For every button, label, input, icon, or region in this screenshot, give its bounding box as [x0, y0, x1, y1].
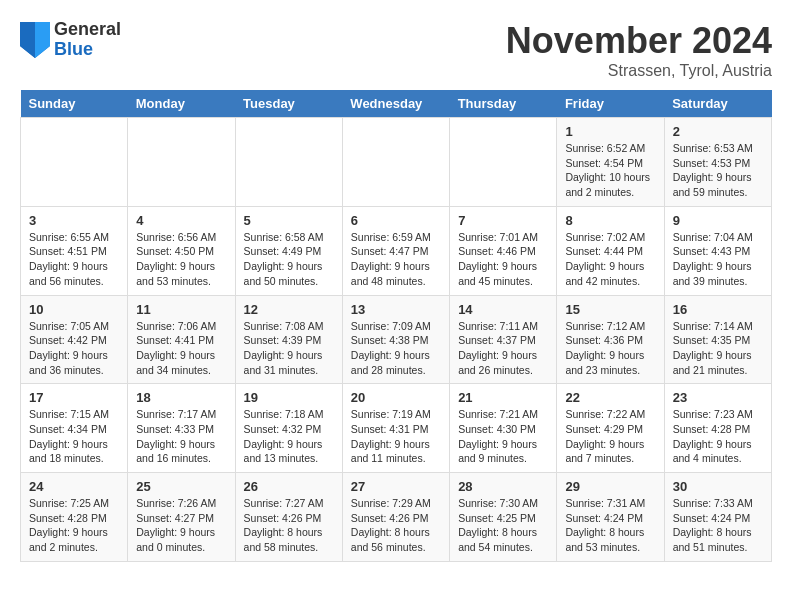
logo-text: General Blue: [54, 20, 121, 60]
day-info: Sunrise: 7:19 AM Sunset: 4:31 PM Dayligh…: [351, 407, 441, 466]
day-info: Sunrise: 6:52 AM Sunset: 4:54 PM Dayligh…: [565, 141, 655, 200]
day-number: 11: [136, 302, 226, 317]
calendar-cell: [342, 118, 449, 207]
day-info: Sunrise: 7:33 AM Sunset: 4:24 PM Dayligh…: [673, 496, 763, 555]
day-info: Sunrise: 6:53 AM Sunset: 4:53 PM Dayligh…: [673, 141, 763, 200]
calendar-cell: [21, 118, 128, 207]
calendar-cell: 14Sunrise: 7:11 AM Sunset: 4:37 PM Dayli…: [450, 295, 557, 384]
calendar-week-row: 17Sunrise: 7:15 AM Sunset: 4:34 PM Dayli…: [21, 384, 772, 473]
calendar-week-row: 3Sunrise: 6:55 AM Sunset: 4:51 PM Daylig…: [21, 206, 772, 295]
day-number: 18: [136, 390, 226, 405]
calendar-cell: 1Sunrise: 6:52 AM Sunset: 4:54 PM Daylig…: [557, 118, 664, 207]
day-number: 21: [458, 390, 548, 405]
day-number: 9: [673, 213, 763, 228]
weekday-row: SundayMondayTuesdayWednesdayThursdayFrid…: [21, 90, 772, 118]
svg-marker-1: [35, 22, 50, 58]
weekday-header: Monday: [128, 90, 235, 118]
day-info: Sunrise: 6:59 AM Sunset: 4:47 PM Dayligh…: [351, 230, 441, 289]
day-number: 6: [351, 213, 441, 228]
calendar-cell: 12Sunrise: 7:08 AM Sunset: 4:39 PM Dayli…: [235, 295, 342, 384]
calendar-cell: 10Sunrise: 7:05 AM Sunset: 4:42 PM Dayli…: [21, 295, 128, 384]
calendar-cell: 11Sunrise: 7:06 AM Sunset: 4:41 PM Dayli…: [128, 295, 235, 384]
day-number: 25: [136, 479, 226, 494]
calendar-cell: 23Sunrise: 7:23 AM Sunset: 4:28 PM Dayli…: [664, 384, 771, 473]
day-info: Sunrise: 7:14 AM Sunset: 4:35 PM Dayligh…: [673, 319, 763, 378]
day-info: Sunrise: 7:09 AM Sunset: 4:38 PM Dayligh…: [351, 319, 441, 378]
weekday-header: Saturday: [664, 90, 771, 118]
day-number: 4: [136, 213, 226, 228]
day-info: Sunrise: 7:06 AM Sunset: 4:41 PM Dayligh…: [136, 319, 226, 378]
calendar-week-row: 1Sunrise: 6:52 AM Sunset: 4:54 PM Daylig…: [21, 118, 772, 207]
day-number: 1: [565, 124, 655, 139]
weekday-header: Friday: [557, 90, 664, 118]
day-number: 19: [244, 390, 334, 405]
calendar-cell: 28Sunrise: 7:30 AM Sunset: 4:25 PM Dayli…: [450, 473, 557, 562]
svg-marker-2: [20, 22, 35, 58]
weekday-header: Sunday: [21, 90, 128, 118]
logo: General Blue: [20, 20, 121, 60]
logo-blue: Blue: [54, 40, 121, 60]
day-info: Sunrise: 7:02 AM Sunset: 4:44 PM Dayligh…: [565, 230, 655, 289]
day-info: Sunrise: 6:56 AM Sunset: 4:50 PM Dayligh…: [136, 230, 226, 289]
day-info: Sunrise: 7:29 AM Sunset: 4:26 PM Dayligh…: [351, 496, 441, 555]
day-number: 20: [351, 390, 441, 405]
day-number: 30: [673, 479, 763, 494]
weekday-header: Thursday: [450, 90, 557, 118]
calendar-cell: 27Sunrise: 7:29 AM Sunset: 4:26 PM Dayli…: [342, 473, 449, 562]
title-block: November 2024 Strassen, Tyrol, Austria: [506, 20, 772, 80]
logo-icon: [20, 22, 50, 58]
calendar-week-row: 24Sunrise: 7:25 AM Sunset: 4:28 PM Dayli…: [21, 473, 772, 562]
calendar-cell: 21Sunrise: 7:21 AM Sunset: 4:30 PM Dayli…: [450, 384, 557, 473]
day-number: 5: [244, 213, 334, 228]
day-number: 29: [565, 479, 655, 494]
day-number: 7: [458, 213, 548, 228]
logo-general: General: [54, 20, 121, 40]
day-number: 23: [673, 390, 763, 405]
location: Strassen, Tyrol, Austria: [506, 62, 772, 80]
day-number: 2: [673, 124, 763, 139]
day-info: Sunrise: 7:15 AM Sunset: 4:34 PM Dayligh…: [29, 407, 119, 466]
calendar-cell: [128, 118, 235, 207]
day-info: Sunrise: 7:31 AM Sunset: 4:24 PM Dayligh…: [565, 496, 655, 555]
day-info: Sunrise: 7:12 AM Sunset: 4:36 PM Dayligh…: [565, 319, 655, 378]
day-number: 26: [244, 479, 334, 494]
day-number: 12: [244, 302, 334, 317]
month-title: November 2024: [506, 20, 772, 62]
calendar-table: SundayMondayTuesdayWednesdayThursdayFrid…: [20, 90, 772, 562]
weekday-header: Wednesday: [342, 90, 449, 118]
day-number: 13: [351, 302, 441, 317]
calendar-cell: 18Sunrise: 7:17 AM Sunset: 4:33 PM Dayli…: [128, 384, 235, 473]
calendar-cell: 15Sunrise: 7:12 AM Sunset: 4:36 PM Dayli…: [557, 295, 664, 384]
day-number: 10: [29, 302, 119, 317]
day-info: Sunrise: 7:05 AM Sunset: 4:42 PM Dayligh…: [29, 319, 119, 378]
day-info: Sunrise: 7:23 AM Sunset: 4:28 PM Dayligh…: [673, 407, 763, 466]
day-number: 16: [673, 302, 763, 317]
weekday-header: Tuesday: [235, 90, 342, 118]
calendar-cell: 30Sunrise: 7:33 AM Sunset: 4:24 PM Dayli…: [664, 473, 771, 562]
calendar-cell: 25Sunrise: 7:26 AM Sunset: 4:27 PM Dayli…: [128, 473, 235, 562]
day-number: 28: [458, 479, 548, 494]
calendar-cell: 26Sunrise: 7:27 AM Sunset: 4:26 PM Dayli…: [235, 473, 342, 562]
calendar-cell: 5Sunrise: 6:58 AM Sunset: 4:49 PM Daylig…: [235, 206, 342, 295]
calendar-cell: 4Sunrise: 6:56 AM Sunset: 4:50 PM Daylig…: [128, 206, 235, 295]
day-info: Sunrise: 7:30 AM Sunset: 4:25 PM Dayligh…: [458, 496, 548, 555]
calendar-cell: 29Sunrise: 7:31 AM Sunset: 4:24 PM Dayli…: [557, 473, 664, 562]
day-number: 3: [29, 213, 119, 228]
calendar-header: SundayMondayTuesdayWednesdayThursdayFrid…: [21, 90, 772, 118]
day-info: Sunrise: 7:17 AM Sunset: 4:33 PM Dayligh…: [136, 407, 226, 466]
day-info: Sunrise: 7:21 AM Sunset: 4:30 PM Dayligh…: [458, 407, 548, 466]
calendar-cell: 16Sunrise: 7:14 AM Sunset: 4:35 PM Dayli…: [664, 295, 771, 384]
day-info: Sunrise: 7:18 AM Sunset: 4:32 PM Dayligh…: [244, 407, 334, 466]
page-header: General Blue November 2024 Strassen, Tyr…: [20, 20, 772, 80]
calendar-cell: 20Sunrise: 7:19 AM Sunset: 4:31 PM Dayli…: [342, 384, 449, 473]
calendar-cell: [450, 118, 557, 207]
day-number: 17: [29, 390, 119, 405]
calendar-week-row: 10Sunrise: 7:05 AM Sunset: 4:42 PM Dayli…: [21, 295, 772, 384]
calendar-cell: 17Sunrise: 7:15 AM Sunset: 4:34 PM Dayli…: [21, 384, 128, 473]
calendar-cell: 6Sunrise: 6:59 AM Sunset: 4:47 PM Daylig…: [342, 206, 449, 295]
day-info: Sunrise: 7:04 AM Sunset: 4:43 PM Dayligh…: [673, 230, 763, 289]
day-info: Sunrise: 7:01 AM Sunset: 4:46 PM Dayligh…: [458, 230, 548, 289]
calendar-cell: 9Sunrise: 7:04 AM Sunset: 4:43 PM Daylig…: [664, 206, 771, 295]
calendar-cell: 7Sunrise: 7:01 AM Sunset: 4:46 PM Daylig…: [450, 206, 557, 295]
day-info: Sunrise: 7:22 AM Sunset: 4:29 PM Dayligh…: [565, 407, 655, 466]
